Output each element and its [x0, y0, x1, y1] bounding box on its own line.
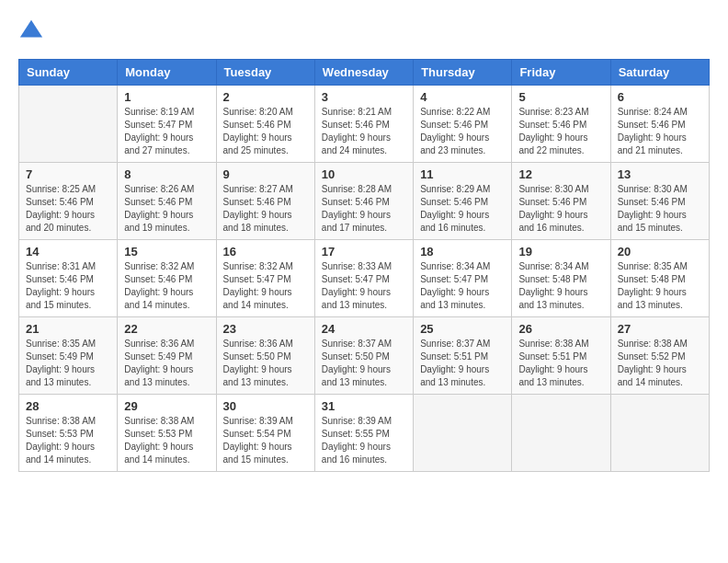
calendar-week-row: 28 Sunrise: 8:38 AMSunset: 5:53 PMDaylig…	[19, 395, 710, 472]
day-number: 18	[420, 245, 505, 259]
day-info: Sunrise: 8:19 AMSunset: 5:47 PMDaylight:…	[124, 106, 209, 157]
day-of-week-header: Friday	[512, 60, 610, 86]
day-info: Sunrise: 8:35 AMSunset: 5:48 PMDaylight:…	[618, 260, 702, 312]
day-info: Sunrise: 8:20 AMSunset: 5:46 PMDaylight:…	[223, 106, 308, 157]
day-number: 22	[124, 322, 209, 336]
calendar-cell	[512, 395, 610, 472]
day-number: 4	[420, 90, 505, 104]
calendar-cell: 27 Sunrise: 8:38 AMSunset: 5:52 PMDaylig…	[610, 317, 709, 395]
day-of-week-header: Tuesday	[216, 60, 314, 86]
calendar-cell: 30 Sunrise: 8:39 AMSunset: 5:54 PMDaylig…	[216, 395, 314, 472]
calendar-week-row: 7 Sunrise: 8:25 AMSunset: 5:46 PMDayligh…	[19, 163, 710, 240]
calendar-cell: 21 Sunrise: 8:35 AMSunset: 5:49 PMDaylig…	[19, 317, 118, 395]
day-info: Sunrise: 8:32 AMSunset: 5:47 PMDaylight:…	[223, 260, 308, 312]
day-info: Sunrise: 8:30 AMSunset: 5:46 PMDaylight:…	[518, 183, 603, 235]
calendar-cell: 26 Sunrise: 8:38 AMSunset: 5:51 PMDaylig…	[512, 317, 610, 395]
day-number: 26	[518, 322, 603, 336]
calendar-table: SundayMondayTuesdayWednesdayThursdayFrid…	[18, 59, 710, 472]
calendar-cell: 2 Sunrise: 8:20 AMSunset: 5:46 PMDayligh…	[216, 86, 314, 163]
day-of-week-header: Wednesday	[314, 60, 413, 86]
day-number: 8	[124, 167, 209, 181]
calendar-week-row: 1 Sunrise: 8:19 AMSunset: 5:47 PMDayligh…	[19, 86, 710, 163]
day-number: 16	[223, 245, 308, 259]
day-number: 12	[518, 167, 603, 181]
calendar-cell: 18 Sunrise: 8:34 AMSunset: 5:47 PMDaylig…	[414, 240, 512, 317]
calendar-header-row: SundayMondayTuesdayWednesdayThursdayFrid…	[19, 60, 710, 86]
day-number: 30	[223, 399, 308, 413]
calendar-week-row: 21 Sunrise: 8:35 AMSunset: 5:49 PMDaylig…	[19, 317, 710, 395]
day-number: 28	[26, 399, 110, 413]
day-info: Sunrise: 8:36 AMSunset: 5:50 PMDaylight:…	[223, 338, 308, 389]
calendar-cell: 17 Sunrise: 8:33 AMSunset: 5:47 PMDaylig…	[314, 240, 413, 317]
day-number: 9	[223, 167, 308, 181]
calendar-cell: 16 Sunrise: 8:32 AMSunset: 5:47 PMDaylig…	[216, 240, 314, 317]
calendar-cell: 5 Sunrise: 8:23 AMSunset: 5:46 PMDayligh…	[512, 86, 610, 163]
day-number: 13	[618, 167, 702, 181]
day-number: 20	[618, 245, 702, 259]
day-number: 7	[26, 167, 110, 181]
calendar-cell	[414, 395, 512, 472]
day-info: Sunrise: 8:38 AMSunset: 5:51 PMDaylight:…	[518, 338, 603, 389]
calendar-cell: 12 Sunrise: 8:30 AMSunset: 5:46 PMDaylig…	[512, 163, 610, 240]
day-info: Sunrise: 8:22 AMSunset: 5:46 PMDaylight:…	[420, 106, 505, 157]
calendar-cell: 22 Sunrise: 8:36 AMSunset: 5:49 PMDaylig…	[118, 317, 216, 395]
calendar-cell: 1 Sunrise: 8:19 AMSunset: 5:47 PMDayligh…	[118, 86, 216, 163]
day-info: Sunrise: 8:39 AMSunset: 5:55 PMDaylight:…	[322, 415, 406, 466]
day-number: 25	[420, 322, 505, 336]
calendar-cell: 24 Sunrise: 8:37 AMSunset: 5:50 PMDaylig…	[314, 317, 413, 395]
day-number: 17	[322, 245, 406, 259]
day-info: Sunrise: 8:38 AMSunset: 5:53 PMDaylight:…	[124, 415, 209, 466]
day-info: Sunrise: 8:37 AMSunset: 5:50 PMDaylight:…	[322, 338, 406, 389]
day-info: Sunrise: 8:35 AMSunset: 5:49 PMDaylight:…	[26, 338, 110, 389]
day-number: 11	[420, 167, 505, 181]
day-number: 10	[322, 167, 406, 181]
day-info: Sunrise: 8:26 AMSunset: 5:46 PMDaylight:…	[124, 183, 209, 235]
calendar-cell: 20 Sunrise: 8:35 AMSunset: 5:48 PMDaylig…	[610, 240, 709, 317]
day-info: Sunrise: 8:21 AMSunset: 5:46 PMDaylight:…	[322, 106, 406, 157]
day-number: 21	[26, 322, 110, 336]
day-of-week-header: Saturday	[610, 60, 709, 86]
calendar-cell: 19 Sunrise: 8:34 AMSunset: 5:48 PMDaylig…	[512, 240, 610, 317]
calendar-cell: 13 Sunrise: 8:30 AMSunset: 5:46 PMDaylig…	[610, 163, 709, 240]
day-number: 24	[322, 322, 406, 336]
day-info: Sunrise: 8:33 AMSunset: 5:47 PMDaylight:…	[322, 260, 406, 312]
day-info: Sunrise: 8:29 AMSunset: 5:46 PMDaylight:…	[420, 183, 505, 235]
page-header	[18, 18, 710, 44]
calendar-cell: 29 Sunrise: 8:38 AMSunset: 5:53 PMDaylig…	[118, 395, 216, 472]
day-number: 5	[518, 90, 603, 104]
day-info: Sunrise: 8:36 AMSunset: 5:49 PMDaylight:…	[124, 338, 209, 389]
calendar-cell: 23 Sunrise: 8:36 AMSunset: 5:50 PMDaylig…	[216, 317, 314, 395]
day-of-week-header: Monday	[118, 60, 216, 86]
day-of-week-header: Thursday	[414, 60, 512, 86]
logo-icon	[18, 18, 44, 44]
calendar-cell: 28 Sunrise: 8:38 AMSunset: 5:53 PMDaylig…	[19, 395, 118, 472]
day-number: 15	[124, 245, 209, 259]
calendar-cell: 6 Sunrise: 8:24 AMSunset: 5:46 PMDayligh…	[610, 86, 709, 163]
day-number: 31	[322, 399, 406, 413]
calendar-cell: 8 Sunrise: 8:26 AMSunset: 5:46 PMDayligh…	[118, 163, 216, 240]
calendar-cell: 7 Sunrise: 8:25 AMSunset: 5:46 PMDayligh…	[19, 163, 118, 240]
day-info: Sunrise: 8:27 AMSunset: 5:46 PMDaylight:…	[223, 183, 308, 235]
day-info: Sunrise: 8:24 AMSunset: 5:46 PMDaylight:…	[618, 106, 702, 157]
day-number: 2	[223, 90, 308, 104]
day-info: Sunrise: 8:38 AMSunset: 5:53 PMDaylight:…	[26, 415, 110, 466]
calendar-week-row: 14 Sunrise: 8:31 AMSunset: 5:46 PMDaylig…	[19, 240, 710, 317]
day-of-week-header: Sunday	[19, 60, 118, 86]
day-info: Sunrise: 8:28 AMSunset: 5:46 PMDaylight:…	[322, 183, 406, 235]
calendar-cell: 10 Sunrise: 8:28 AMSunset: 5:46 PMDaylig…	[314, 163, 413, 240]
day-number: 19	[518, 245, 603, 259]
calendar-cell: 11 Sunrise: 8:29 AMSunset: 5:46 PMDaylig…	[414, 163, 512, 240]
day-info: Sunrise: 8:25 AMSunset: 5:46 PMDaylight:…	[26, 183, 110, 235]
day-info: Sunrise: 8:34 AMSunset: 5:48 PMDaylight:…	[518, 260, 603, 312]
day-number: 1	[124, 90, 209, 104]
calendar-cell: 3 Sunrise: 8:21 AMSunset: 5:46 PMDayligh…	[314, 86, 413, 163]
day-number: 3	[322, 90, 406, 104]
day-info: Sunrise: 8:23 AMSunset: 5:46 PMDaylight:…	[518, 106, 603, 157]
day-number: 29	[124, 399, 209, 413]
calendar-cell: 25 Sunrise: 8:37 AMSunset: 5:51 PMDaylig…	[414, 317, 512, 395]
calendar-cell: 4 Sunrise: 8:22 AMSunset: 5:46 PMDayligh…	[414, 86, 512, 163]
day-number: 23	[223, 322, 308, 336]
day-info: Sunrise: 8:30 AMSunset: 5:46 PMDaylight:…	[618, 183, 702, 235]
day-info: Sunrise: 8:39 AMSunset: 5:54 PMDaylight:…	[223, 415, 308, 466]
logo	[18, 18, 48, 44]
